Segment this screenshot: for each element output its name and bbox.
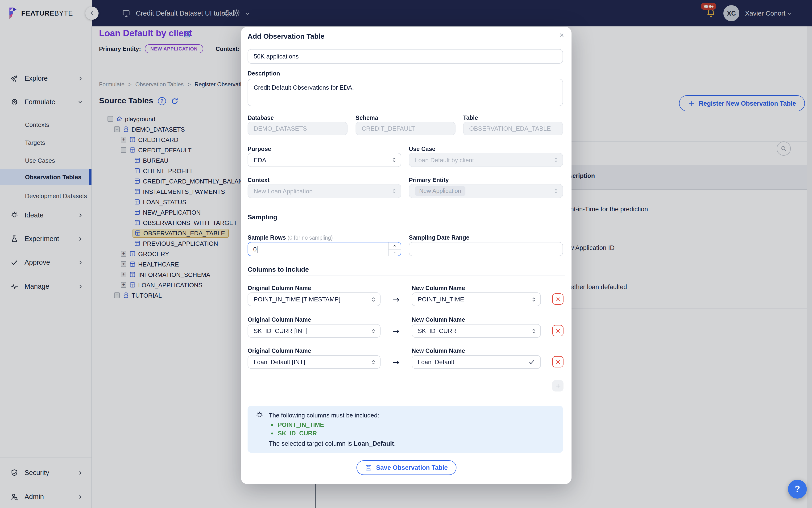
select-chevrons-icon — [554, 188, 558, 194]
new-column-select[interactable]: SK_ID_CURR — [412, 324, 541, 338]
new-column-label: New Column Name — [412, 285, 465, 292]
save-observation-table-button[interactable]: Save Observation Table — [356, 460, 456, 475]
database-label: Database — [247, 115, 274, 121]
close-icon[interactable]: × — [559, 31, 564, 40]
new-column-select[interactable]: Loan_Default — [412, 355, 541, 369]
columns-to-include-header: Columns to Include — [247, 265, 309, 273]
original-column-label: Original Column Name — [247, 285, 311, 292]
add-column-button[interactable] — [552, 380, 563, 391]
use-case-label: Use Case — [409, 146, 436, 152]
context-label: Context — [247, 177, 269, 183]
target-column-line: The selected target column is Loan_Defau… — [269, 440, 396, 447]
purpose-select[interactable]: EDA — [247, 153, 401, 167]
select-chevrons-icon — [392, 157, 397, 163]
sampling-date-range-input[interactable] — [409, 242, 563, 256]
remove-column-button[interactable] — [552, 325, 563, 336]
required-columns-infobox: The following columns must be included: … — [247, 406, 563, 453]
primary-entity-label: Primary Entity — [409, 177, 449, 183]
new-column-label: New Column Name — [412, 348, 465, 354]
purpose-label: Purpose — [247, 146, 271, 152]
new-column-select[interactable]: POINT_IN_TIME — [412, 292, 541, 306]
primary-entity-chip: New Application — [415, 186, 465, 196]
original-column-select[interactable]: POINT_IN_TIME [TIMESTAMP] — [247, 292, 380, 306]
section-divider — [247, 223, 565, 223]
modal-title: Add Observation Table — [247, 32, 324, 40]
stepper-up-button[interactable] — [389, 243, 401, 249]
table-label: Table — [463, 115, 478, 121]
name-input[interactable] — [247, 49, 563, 64]
description-textarea[interactable] — [247, 79, 563, 106]
remove-column-button[interactable] — [552, 356, 563, 368]
help-button[interactable]: ? — [788, 480, 807, 499]
original-column-select[interactable]: Loan_Default [INT] — [247, 355, 380, 369]
info-line: The following columns must be included: — [269, 412, 379, 419]
text-cursor — [257, 246, 258, 253]
number-stepper — [388, 243, 401, 256]
select-chevrons-icon — [392, 188, 397, 194]
new-column-label: New Column Name — [412, 316, 465, 323]
arrow-right-icon: → — [390, 326, 403, 336]
required-column: POINT_IN_TIME — [271, 421, 324, 428]
app-root: Credit Default Dataset UI tutorial 999+ … — [0, 0, 812, 508]
schema-label: Schema — [356, 115, 378, 121]
arrow-right-icon: → — [390, 295, 403, 304]
original-column-select[interactable]: SK_ID_CURR [INT] — [247, 324, 380, 338]
sample-rows-input[interactable]: 0 — [247, 242, 401, 256]
select-chevrons-icon — [554, 157, 558, 163]
sample-rows-label: Sample Rows (0 for no sampling) — [247, 235, 333, 241]
context-select: New Loan Application — [247, 184, 401, 198]
original-column-label: Original Column Name — [247, 316, 311, 323]
required-column: SK_ID_CURR — [271, 430, 317, 437]
target-column-name: Loan_Default — [354, 440, 394, 447]
description-label: Description — [247, 70, 280, 77]
arrow-right-icon: → — [390, 357, 403, 367]
add-observation-table-modal: Add Observation Table × Description Data… — [241, 27, 572, 484]
sample-rows-hint: (0 for no sampling) — [288, 235, 333, 241]
remove-column-button[interactable] — [552, 293, 563, 305]
date-range-label: Sampling Date Range — [409, 235, 469, 241]
use-case-select: Loan Default by client — [409, 153, 563, 167]
schema-field: CREDIT_DEFAULT — [356, 122, 455, 135]
original-column-label: Original Column Name — [247, 348, 311, 354]
primary-entity-select: New Application — [409, 184, 563, 198]
sampling-header: Sampling — [247, 213, 277, 221]
section-divider — [247, 275, 565, 276]
save-icon — [365, 464, 372, 471]
database-field: DEMO_DATASETS — [247, 122, 348, 135]
table-field: OBSERVATION_EDA_TABLE — [463, 122, 563, 135]
stepper-down-button[interactable] — [389, 249, 401, 256]
valid-check-icon — [528, 359, 535, 365]
lightbulb-icon — [256, 411, 264, 419]
